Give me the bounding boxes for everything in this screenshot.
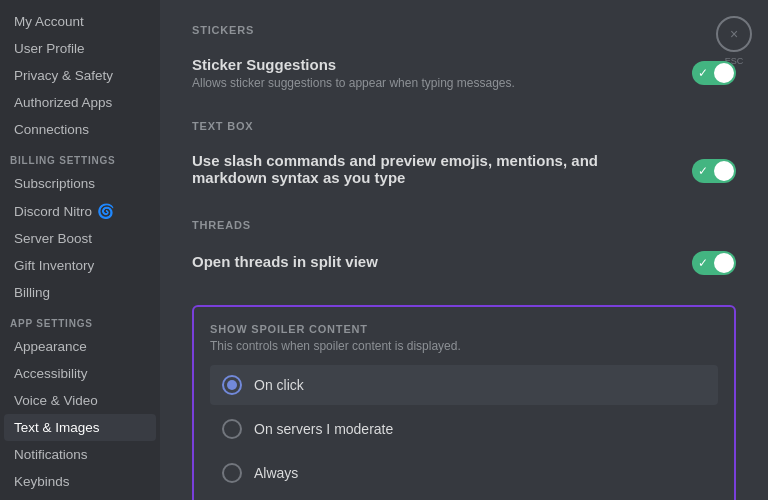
sidebar-item-privacy-safety[interactable]: Privacy & Safety — [4, 62, 156, 89]
stickers-section: Stickers Sticker Suggestions Allows stic… — [192, 24, 736, 100]
threads-section: Threads Open threads in split view ✓ — [192, 219, 736, 285]
spoiler-option-on-click[interactable]: On click — [210, 365, 718, 405]
sidebar: My Account User Profile Privacy & Safety… — [0, 0, 160, 500]
toggle-knob — [714, 63, 734, 83]
sidebar-item-label: Gift Inventory — [14, 258, 94, 273]
slash-commands-row: Use slash commands and preview emojis, m… — [192, 142, 736, 199]
open-threads-info: Open threads in split view — [192, 253, 692, 273]
spoiler-option-on-servers[interactable]: On servers I moderate — [210, 409, 718, 449]
sticker-suggestions-info: Sticker Suggestions Allows sticker sugge… — [192, 56, 692, 90]
sidebar-item-discord-nitro[interactable]: Discord Nitro 🌀 — [4, 197, 156, 225]
sidebar-item-subscriptions[interactable]: Subscriptions — [4, 170, 156, 197]
sticker-suggestions-row: Sticker Suggestions Allows sticker sugge… — [192, 46, 736, 100]
sticker-suggestions-desc: Allows sticker suggestions to appear whe… — [192, 76, 672, 90]
sidebar-item-label: Text & Images — [14, 420, 100, 435]
sidebar-item-label: Notifications — [14, 447, 88, 462]
sidebar-item-user-profile[interactable]: User Profile — [4, 35, 156, 62]
spoiler-desc: This controls when spoiler content is di… — [210, 339, 718, 353]
sidebar-item-label: Accessibility — [14, 366, 88, 381]
sidebar-item-my-account[interactable]: My Account — [4, 8, 156, 35]
sidebar-item-label: Privacy & Safety — [14, 68, 113, 83]
sticker-suggestions-toggle[interactable]: ✓ — [692, 61, 736, 85]
sidebar-item-authorized-apps[interactable]: Authorized Apps — [4, 89, 156, 116]
nitro-icon: 🌀 — [97, 203, 114, 219]
sidebar-item-label: Connections — [14, 122, 89, 137]
sidebar-item-label: Authorized Apps — [14, 95, 112, 110]
billing-section-label: Billing Settings — [0, 143, 160, 170]
sidebar-item-voice-video[interactable]: Voice & Video — [4, 387, 156, 414]
sidebar-section-account: My Account User Profile Privacy & Safety… — [0, 8, 160, 143]
stickers-section-label: Stickers — [192, 24, 736, 36]
sidebar-item-label: Keybinds — [14, 474, 70, 489]
radio-label-on-click: On click — [254, 377, 304, 393]
open-threads-toggle[interactable]: ✓ — [692, 251, 736, 275]
sidebar-item-label: Discord Nitro — [14, 204, 92, 219]
radio-label-on-servers: On servers I moderate — [254, 421, 393, 437]
sidebar-item-gift-inventory[interactable]: Gift Inventory — [4, 252, 156, 279]
toggle-knob — [714, 253, 734, 273]
check-icon: ✓ — [698, 164, 708, 178]
sidebar-item-keybinds[interactable]: Keybinds — [4, 468, 156, 495]
sidebar-item-server-boost[interactable]: Server Boost — [4, 225, 156, 252]
sidebar-item-label: User Profile — [14, 41, 85, 56]
close-button[interactable]: × ESC — [716, 16, 752, 52]
close-icon: × — [730, 27, 738, 41]
radio-label-always: Always — [254, 465, 298, 481]
sidebar-item-label: Appearance — [14, 339, 87, 354]
text-box-section-label: Text Box — [192, 120, 736, 132]
slash-commands-title: Use slash commands and preview emojis, m… — [192, 152, 672, 186]
slash-commands-toggle[interactable]: ✓ — [692, 159, 736, 183]
radio-circle-on-servers — [222, 419, 242, 439]
radio-circle-on-click — [222, 375, 242, 395]
sidebar-item-language[interactable]: Language — [4, 495, 156, 500]
text-box-section: Text Box Use slash commands and preview … — [192, 120, 736, 199]
sidebar-section-billing: Billing Settings Subscriptions Discord N… — [0, 143, 160, 306]
sidebar-section-app: App Settings Appearance Accessibility Vo… — [0, 306, 160, 500]
toggle-knob — [714, 161, 734, 181]
slash-commands-info: Use slash commands and preview emojis, m… — [192, 152, 692, 189]
sidebar-item-connections[interactable]: Connections — [4, 116, 156, 143]
spoiler-title: Show Spoiler Content — [210, 323, 718, 335]
radio-circle-always — [222, 463, 242, 483]
sidebar-item-accessibility[interactable]: Accessibility — [4, 360, 156, 387]
check-icon: ✓ — [698, 66, 708, 80]
main-content: × ESC Stickers Sticker Suggestions Allow… — [160, 0, 768, 500]
sidebar-item-billing[interactable]: Billing — [4, 279, 156, 306]
open-threads-title: Open threads in split view — [192, 253, 672, 270]
open-threads-row: Open threads in split view ✓ — [192, 241, 736, 285]
sidebar-item-label: Voice & Video — [14, 393, 98, 408]
threads-section-label: Threads — [192, 219, 736, 231]
sidebar-item-label: Subscriptions — [14, 176, 95, 191]
spoiler-section: Show Spoiler Content This controls when … — [192, 305, 736, 500]
sidebar-item-notifications[interactable]: Notifications — [4, 441, 156, 468]
sidebar-item-text-images[interactable]: Text & Images — [4, 414, 156, 441]
sticker-suggestions-title: Sticker Suggestions — [192, 56, 672, 73]
sidebar-item-label: Server Boost — [14, 231, 92, 246]
sidebar-item-appearance[interactable]: Appearance — [4, 333, 156, 360]
sidebar-item-label: My Account — [14, 14, 84, 29]
check-icon: ✓ — [698, 256, 708, 270]
spoiler-option-always[interactable]: Always — [210, 453, 718, 493]
sidebar-item-label: Billing — [14, 285, 50, 300]
app-section-label: App Settings — [0, 306, 160, 333]
